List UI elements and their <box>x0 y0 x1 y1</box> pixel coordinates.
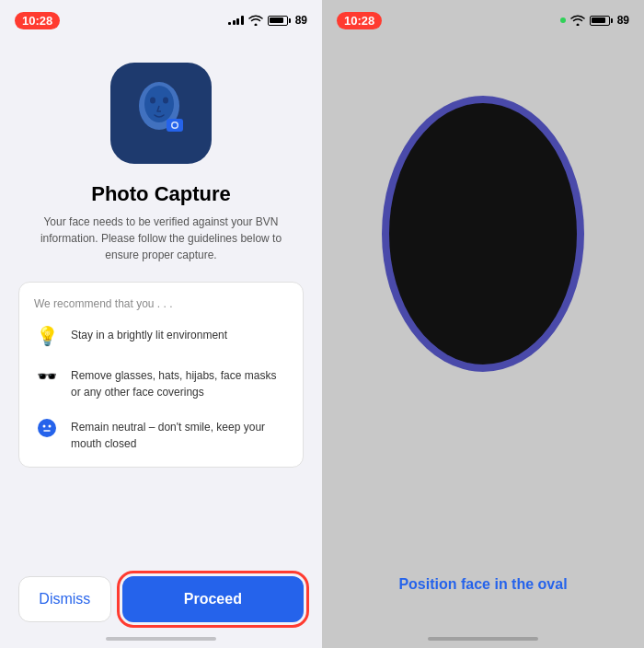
guideline-item-2: 🕶️ Remove glasses, hats, hijabs, face ma… <box>34 364 288 400</box>
svg-point-9 <box>49 425 52 428</box>
svg-point-6 <box>173 123 178 128</box>
page-title: Photo Capture <box>91 182 231 206</box>
page-subtitle: Your face needs to be verified against y… <box>0 214 322 263</box>
battery-icon-right <box>590 16 613 26</box>
guideline-text-1: Stay in a brightly lit environment <box>71 323 227 343</box>
guidelines-header: We recommend that you . . . <box>34 297 288 310</box>
right-panel: 10:28 89 Position face in the oval <box>322 0 644 648</box>
green-dot-icon <box>560 17 566 23</box>
svg-point-8 <box>43 425 46 428</box>
home-indicator-left <box>106 637 216 641</box>
position-face-text: Position face in the oval <box>398 576 567 593</box>
status-icons-left: 89 <box>228 14 307 27</box>
battery-icon-left <box>268 16 291 26</box>
time-right: 10:28 <box>337 12 382 29</box>
left-panel: 10:28 89 <box>0 0 322 648</box>
guideline-text-2: Remove glasses, hats, hijabs, face masks… <box>71 364 288 400</box>
oval-inner <box>389 103 577 364</box>
battery-pct-left: 89 <box>295 14 307 27</box>
svg-point-3 <box>163 98 168 104</box>
face-oval-container <box>382 96 584 372</box>
guidelines-card: We recommend that you . . . 💡 Stay in a … <box>18 282 304 468</box>
signal-icon-left <box>228 16 244 25</box>
hero-icon-container <box>110 63 212 164</box>
dismiss-button[interactable]: Dismiss <box>18 576 111 622</box>
guideline-item-1: 💡 Stay in a brightly lit environment <box>34 323 288 349</box>
time-left: 10:28 <box>15 12 60 29</box>
guideline-item-3: Remain neutral – don't smile, keep your … <box>34 415 288 452</box>
neutral-face-icon <box>34 415 60 441</box>
bottom-buttons: Dismiss Proceed <box>0 576 322 622</box>
battery-pct-right: 89 <box>617 14 629 27</box>
glasses-icon: 🕶️ <box>34 364 60 389</box>
proceed-button[interactable]: Proceed <box>122 576 304 622</box>
status-bar-right: 10:28 89 <box>322 0 644 40</box>
svg-point-2 <box>150 98 155 104</box>
status-icons-right: 89 <box>560 14 629 27</box>
wifi-icon-right <box>570 15 585 26</box>
svg-point-7 <box>38 419 56 437</box>
wifi-icon-left <box>248 15 263 26</box>
oval-outer <box>382 96 584 372</box>
bright-light-icon: 💡 <box>34 323 60 349</box>
guideline-text-3: Remain neutral – don't smile, keep your … <box>71 415 288 452</box>
face-capture-icon <box>124 76 198 150</box>
status-bar-left: 10:28 89 <box>0 0 322 40</box>
home-indicator-right <box>428 637 538 641</box>
